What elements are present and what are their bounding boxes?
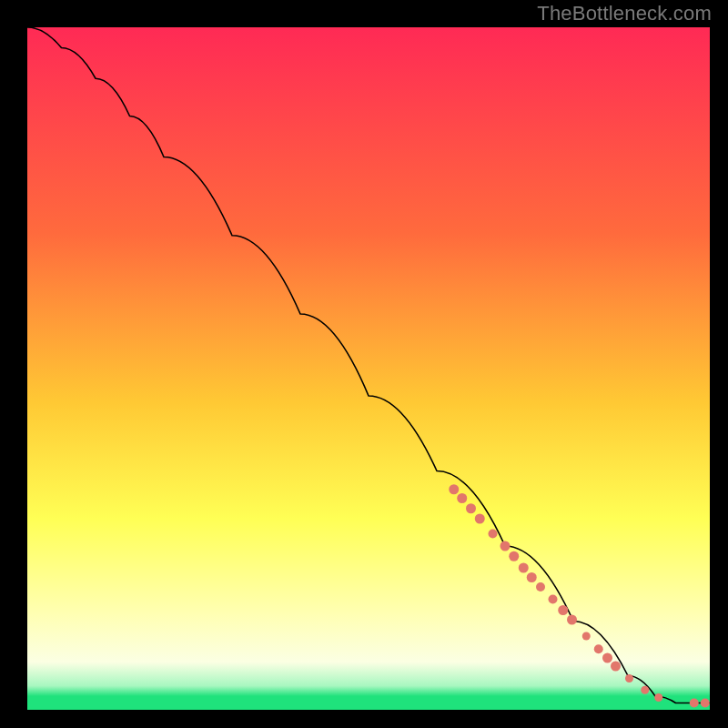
data-marker — [690, 699, 699, 708]
data-marker — [701, 699, 710, 708]
data-marker — [527, 572, 537, 582]
data-marker — [625, 674, 633, 682]
data-marker — [509, 551, 519, 561]
data-marker — [519, 563, 529, 573]
chart-frame: { "watermark": "TheBottleneck.com", "col… — [0, 0, 728, 728]
gradient-background — [27, 27, 710, 710]
watermark-text: TheBottleneck.com — [537, 2, 712, 25]
data-marker — [549, 595, 558, 604]
data-marker — [489, 530, 498, 539]
data-marker — [500, 541, 511, 551]
data-marker — [654, 693, 662, 702]
data-marker — [594, 644, 603, 653]
data-marker — [611, 662, 621, 672]
data-marker — [582, 632, 591, 641]
data-marker — [466, 503, 476, 513]
data-marker — [641, 686, 649, 694]
data-marker — [536, 582, 545, 592]
data-marker — [567, 615, 577, 625]
bottleneck-chart — [27, 27, 710, 710]
data-marker — [558, 605, 568, 615]
data-marker — [457, 493, 467, 503]
data-marker — [475, 514, 485, 524]
data-marker — [602, 653, 612, 663]
data-marker — [449, 484, 459, 494]
